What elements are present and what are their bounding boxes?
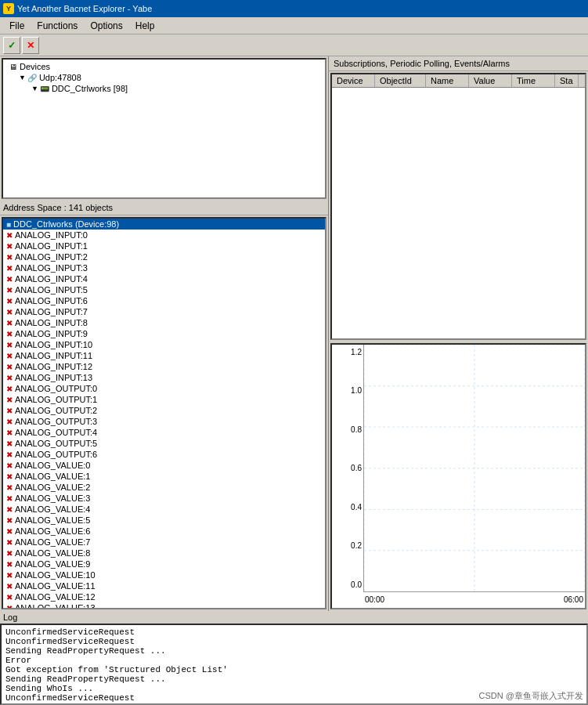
list-item[interactable]: ✖ANALOG_INPUT:2 — [3, 251, 325, 262]
log-line: Sending ReadPropertyRequest ... — [5, 674, 583, 684]
list-item[interactable]: ✖ANALOG_INPUT:9 — [3, 328, 325, 339]
tree-ddc[interactable]: ▼ 📟 DDC_Ctrlworks [98] — [5, 83, 323, 94]
expand-icon-2: ▼ — [31, 85, 38, 92]
list-item[interactable]: ✖ANALOG_INPUT:6 — [3, 295, 325, 306]
y-label: 1.0 — [334, 386, 362, 395]
list-item[interactable]: ✖ANALOG_VALUE:10 — [3, 569, 325, 580]
list-item[interactable]: ✖ANALOG_INPUT:0 — [3, 230, 325, 240]
list-item[interactable]: ✖ANALOG_OUTPUT:5 — [3, 438, 325, 449]
list-item[interactable]: ✖ANALOG_INPUT:12 — [3, 361, 325, 372]
list-item[interactable]: ✖ANALOG_INPUT:8 — [3, 317, 325, 328]
subscriptions-header: Subscriptions, Periodic Polling, Events/… — [329, 56, 588, 71]
col-time: Time — [512, 74, 555, 87]
list-item[interactable]: ✖ANALOG_VALUE:11 — [3, 580, 325, 591]
log-line: Sending ReadPropertyRequest ... — [5, 646, 583, 656]
disconnect-button[interactable]: ✕ — [22, 37, 39, 54]
list-item[interactable]: ✖ANALOG_VALUE:8 — [3, 548, 325, 559]
udp-icon: 🔗 — [27, 74, 37, 82]
list-item[interactable]: ✖ANALOG_OUTPUT:4 — [3, 427, 325, 438]
tree-udp[interactable]: ▼ 🔗 Udp:47808 — [5, 72, 323, 83]
col-value: Value — [469, 74, 512, 87]
menu-bar: File Functions Options Help — [0, 17, 588, 34]
expand-icon: ▼ — [19, 74, 26, 81]
devices-icon: 🖥 — [9, 63, 17, 71]
chart-y-axis: 1.2 1.0 0.8 0.6 0.4 0.2 0.0 — [332, 345, 363, 593]
log-line: UnconfirmedServiceRequest — [5, 627, 583, 637]
list-item[interactable]: ✖ANALOG_VALUE:9 — [3, 559, 325, 569]
y-label: 0.6 — [334, 464, 362, 472]
connect-button[interactable]: ✓ — [3, 37, 20, 54]
device-tree[interactable]: 🖥 Devices ▼ 🔗 Udp:47808 ▼ 📟 DDC_Ctrlwork… — [2, 58, 326, 199]
list-item[interactable]: ✖ANALOG_VALUE:13 — [3, 602, 325, 609]
list-item[interactable]: ✖ANALOG_INPUT:13 — [3, 372, 325, 383]
list-item[interactable]: ✖ANALOG_INPUT:5 — [3, 284, 325, 295]
log-line: UnconfirmedServiceRequest — [5, 637, 583, 646]
list-item[interactable]: ✖ANALOG_INPUT:10 — [3, 339, 325, 350]
chart-area — [363, 345, 585, 593]
y-label: 0.4 — [334, 503, 362, 512]
y-label: 0.8 — [334, 425, 362, 434]
log-header: Log — [0, 611, 588, 624]
list-item[interactable]: ✖ANALOG_OUTPUT:1 — [3, 394, 325, 405]
chart-x-axis: 00:00 06:00 — [363, 592, 585, 608]
ddc-icon: 📟 — [40, 85, 49, 93]
col-device: Device — [332, 74, 375, 87]
menu-help[interactable]: Help — [129, 19, 161, 33]
list-item[interactable]: ✖ANALOG_VALUE:3 — [3, 493, 325, 504]
y-label: 1.2 — [334, 348, 362, 356]
right-panel: Subscriptions, Periodic Polling, Events/… — [329, 56, 588, 611]
list-item[interactable]: ✖ANALOG_VALUE:12 — [3, 591, 325, 602]
chart-svg — [364, 345, 585, 592]
watermark: CSDN @章鱼哥嵌入式开发 — [479, 690, 583, 702]
col-sta: Sta — [555, 74, 579, 87]
col-objectid: ObjectId — [375, 74, 426, 87]
list-item[interactable]: ✖ANALOG_VALUE:4 — [3, 504, 325, 515]
menu-options[interactable]: Options — [84, 19, 128, 33]
address-bar: Address Space : 141 objects — [0, 201, 328, 215]
col-name: Name — [426, 74, 469, 87]
tree-devices[interactable]: 🖥 Devices — [5, 61, 323, 72]
list-item[interactable]: ✖ANALOG_VALUE:1 — [3, 471, 325, 482]
list-item[interactable]: ✖ANALOG_INPUT:4 — [3, 273, 325, 284]
list-item[interactable]: ✖ANALOG_VALUE:6 — [3, 526, 325, 537]
log-label: Log — [3, 613, 17, 622]
list-item[interactable]: ✖ANALOG_INPUT:1 — [3, 240, 325, 251]
x-label: 00:00 — [365, 595, 384, 605]
list-item[interactable]: ■ DDC_Ctrlworks (Device:98) — [3, 219, 325, 230]
list-item[interactable]: ✖ANALOG_OUTPUT:6 — [3, 449, 325, 460]
y-label: 0.2 — [334, 541, 362, 550]
x-label: 06:00 — [564, 595, 583, 605]
app-icon: Y — [3, 3, 14, 14]
list-item[interactable]: ✖ANALOG_OUTPUT:2 — [3, 405, 325, 416]
app-title: Yet Another Bacnet Explorer - Yabe — [17, 4, 152, 13]
menu-functions[interactable]: Functions — [31, 19, 84, 33]
object-list[interactable]: ■ DDC_Ctrlworks (Device:98) ✖ANALOG_INPU… — [2, 217, 326, 609]
list-item[interactable]: ✖ANALOG_INPUT:7 — [3, 306, 325, 317]
list-item[interactable]: ✖ANALOG_VALUE:0 — [3, 460, 325, 471]
list-item[interactable]: ✖ANALOG_OUTPUT:3 — [3, 416, 325, 427]
list-item[interactable]: ✖ANALOG_VALUE:5 — [3, 515, 325, 526]
subscriptions-table[interactable]: Device ObjectId Name Value Time Sta — [330, 73, 586, 340]
log-line: Error — [5, 656, 583, 665]
list-item[interactable]: ✖ANALOG_VALUE:7 — [3, 537, 325, 548]
main-container: 🖥 Devices ▼ 🔗 Udp:47808 ▼ 📟 DDC_Ctrlwork… — [0, 56, 588, 611]
log-line: Got exception from 'Structured Object Li… — [5, 665, 583, 674]
chart-section: 1.2 1.0 0.8 0.6 0.4 0.2 0.0 — [330, 343, 586, 610]
list-item[interactable]: ✖ANALOG_VALUE:2 — [3, 482, 325, 493]
left-panel: 🖥 Devices ▼ 🔗 Udp:47808 ▼ 📟 DDC_Ctrlwork… — [0, 56, 329, 611]
toolbar: ✓ ✕ — [0, 34, 588, 56]
list-item[interactable]: ✖ANALOG_INPUT:3 — [3, 262, 325, 273]
list-item[interactable]: ✖ANALOG_OUTPUT:0 — [3, 383, 325, 394]
subscriptions-label: Subscriptions, Periodic Polling, Events/… — [334, 59, 510, 68]
address-text: Address Space : 141 objects — [3, 203, 113, 212]
chart-container: 1.2 1.0 0.8 0.6 0.4 0.2 0.0 — [332, 345, 585, 609]
list-item[interactable]: ✖ANALOG_INPUT:11 — [3, 350, 325, 361]
title-bar: Y Yet Another Bacnet Explorer - Yabe — [0, 0, 588, 17]
y-label: 0.0 — [334, 580, 362, 589]
table-header: Device ObjectId Name Value Time Sta — [332, 74, 585, 88]
menu-file[interactable]: File — [3, 19, 31, 33]
